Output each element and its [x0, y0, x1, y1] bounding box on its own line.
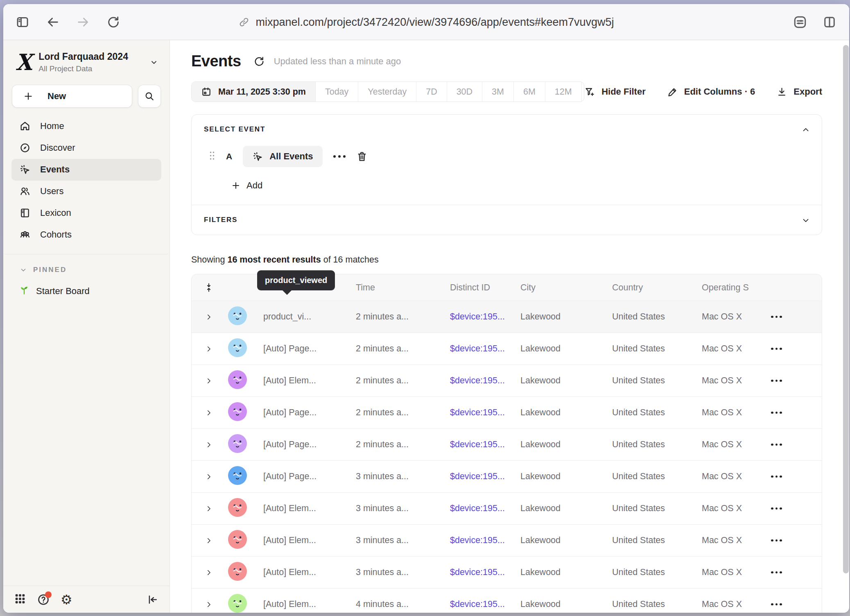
page-scrollbar[interactable]: [843, 45, 849, 573]
row-menu-icon[interactable]: [771, 348, 822, 350]
expand-row-icon[interactable]: [205, 441, 212, 448]
hide-filter-button[interactable]: Hide Filter: [584, 86, 646, 97]
workspace-switcher[interactable]: X Lord Farquaad 2024 All Project Data: [3, 40, 170, 76]
address-bar[interactable]: mixpanel.com/project/3472420/view/397469…: [238, 16, 614, 28]
back-icon[interactable]: [46, 15, 60, 29]
range-6m[interactable]: 6M: [513, 82, 545, 102]
range-12m[interactable]: 12M: [545, 82, 581, 102]
row-menu-icon[interactable]: [771, 539, 822, 542]
column-header-os[interactable]: Operating S: [697, 283, 765, 293]
table-row[interactable]: [Auto] Page... 2 minutes a... $device:19…: [192, 333, 822, 365]
all-events-chip[interactable]: All Events: [243, 146, 322, 167]
column-header-city[interactable]: City: [515, 283, 607, 293]
row-menu-icon[interactable]: [771, 412, 822, 414]
expand-row-icon[interactable]: [205, 409, 212, 417]
expand-row-icon[interactable]: [205, 569, 212, 576]
range-3m[interactable]: 3M: [482, 82, 513, 102]
range-30d[interactable]: 30D: [447, 82, 482, 102]
expand-row-icon[interactable]: [205, 601, 212, 608]
distinct-id-link[interactable]: $device:195...: [445, 567, 515, 578]
expand-row-icon[interactable]: [205, 313, 212, 321]
expand-section-icon[interactable]: [801, 216, 810, 225]
pinned-section-header[interactable]: PINNED: [3, 254, 170, 274]
add-event-button[interactable]: Add: [231, 180, 809, 191]
edit-columns-button[interactable]: Edit Columns · 6: [667, 86, 755, 97]
collapse-section-icon[interactable]: [801, 125, 810, 134]
reload-icon[interactable]: [106, 15, 120, 29]
distinct-id-link[interactable]: $device:195...: [445, 535, 515, 546]
sidebar-item-lexicon[interactable]: Lexicon: [11, 202, 161, 224]
sidebar-item-events[interactable]: Events: [11, 159, 161, 181]
column-header-country[interactable]: Country: [607, 283, 697, 293]
distinct-id-link[interactable]: $device:195...: [445, 312, 515, 322]
page-settings-icon[interactable]: [793, 15, 807, 29]
help-button[interactable]: [37, 593, 50, 606]
table-row[interactable]: [Auto] Elem... 3 minutes a... $device:19…: [192, 492, 822, 524]
apps-grid-icon[interactable]: [14, 593, 26, 607]
page-title: Events: [191, 52, 241, 70]
column-header-time[interactable]: Time: [351, 283, 445, 293]
seedling-icon: [19, 285, 29, 298]
range-yesterday[interactable]: Yesterday: [358, 82, 416, 102]
expand-row-icon[interactable]: [205, 537, 212, 544]
distinct-id-link[interactable]: $device:195...: [445, 344, 515, 354]
distinct-id-link[interactable]: $device:195...: [445, 471, 515, 482]
table-row[interactable]: [Auto] Elem... 4 minutes a... $device:19…: [192, 588, 822, 613]
table-row[interactable]: [Auto] Elem... 3 minutes a... $device:19…: [192, 524, 822, 556]
expand-row-icon[interactable]: [205, 473, 212, 480]
sidebar-item-starter-board[interactable]: Starter Board: [3, 274, 170, 298]
row-menu-icon[interactable]: [771, 507, 822, 510]
row-menu-icon[interactable]: [771, 444, 822, 446]
refresh-icon[interactable]: [253, 56, 265, 67]
table-row[interactable]: [Auto] Page... 3 minutes a... $device:19…: [192, 460, 822, 492]
export-button[interactable]: Export: [776, 86, 822, 97]
event-name: [Auto] Page...: [249, 344, 351, 354]
sidebar-item-discover[interactable]: Discover: [11, 137, 161, 159]
sidebar-toggle-icon[interactable]: [16, 15, 29, 29]
sidebar-item-label: Events: [40, 164, 70, 175]
split-view-icon[interactable]: [822, 15, 837, 29]
sidebar-item-label: Discover: [40, 143, 75, 153]
collapse-rows-icon[interactable]: [204, 283, 214, 292]
row-menu-icon[interactable]: [771, 380, 822, 382]
range-today[interactable]: Today: [315, 82, 358, 102]
row-menu-icon[interactable]: [771, 571, 822, 574]
expand-row-icon[interactable]: [205, 505, 212, 512]
row-menu-icon[interactable]: [771, 476, 822, 478]
range-7d[interactable]: 7D: [416, 82, 446, 102]
distinct-id-link[interactable]: $device:195...: [445, 503, 515, 514]
sidebar-item-users[interactable]: Users: [11, 181, 161, 202]
sidebar-item-cohorts[interactable]: Cohorts: [11, 224, 161, 246]
table-row[interactable]: [Auto] Page... 2 minutes a... $device:19…: [192, 396, 822, 428]
settings-gear-icon[interactable]: ⚙: [61, 593, 72, 606]
sidebar-nav: Home Discover Events: [3, 111, 170, 246]
distinct-id-link[interactable]: $device:195...: [445, 599, 515, 609]
table-row[interactable]: product_vi... 2 minutes a... $device:195…: [192, 301, 822, 333]
table-row[interactable]: [Auto] Page... 2 minutes a... $device:19…: [192, 428, 822, 460]
mixpanel-logo: X: [16, 51, 32, 73]
more-options-icon[interactable]: [333, 155, 346, 158]
sidebar-item-home[interactable]: Home: [11, 116, 161, 137]
new-button[interactable]: New: [12, 85, 132, 107]
collapse-sidebar-icon[interactable]: [147, 593, 159, 606]
expand-row-icon[interactable]: [205, 377, 212, 385]
search-button[interactable]: [138, 85, 161, 107]
distinct-id-link[interactable]: $device:195...: [445, 439, 515, 450]
distinct-id-link[interactable]: $device:195...: [445, 376, 515, 386]
forward-icon[interactable]: [76, 15, 90, 29]
column-header-distinct-id[interactable]: Distinct ID: [445, 283, 515, 293]
table-body: product_vi... 2 minutes a... $device:195…: [192, 301, 822, 613]
event-country: United States: [607, 503, 697, 514]
date-picker-button[interactable]: Mar 11, 2025 3:30 pm: [192, 82, 315, 102]
table-row[interactable]: [Auto] Elem... 2 minutes a... $device:19…: [192, 365, 822, 396]
event-city: Lakewood: [515, 599, 607, 609]
row-menu-icon[interactable]: [771, 316, 822, 318]
distinct-id-link[interactable]: $device:195...: [445, 408, 515, 418]
filters-label: FILTERS: [204, 216, 809, 224]
drag-handle-icon[interactable]: [209, 150, 215, 163]
expand-row-icon[interactable]: [205, 345, 212, 353]
trash-icon[interactable]: [356, 151, 368, 162]
range-xtd[interactable]: XTD: [581, 82, 584, 102]
table-row[interactable]: [Auto] Elem... 3 minutes a... $device:19…: [192, 556, 822, 588]
row-menu-icon[interactable]: [771, 603, 822, 606]
